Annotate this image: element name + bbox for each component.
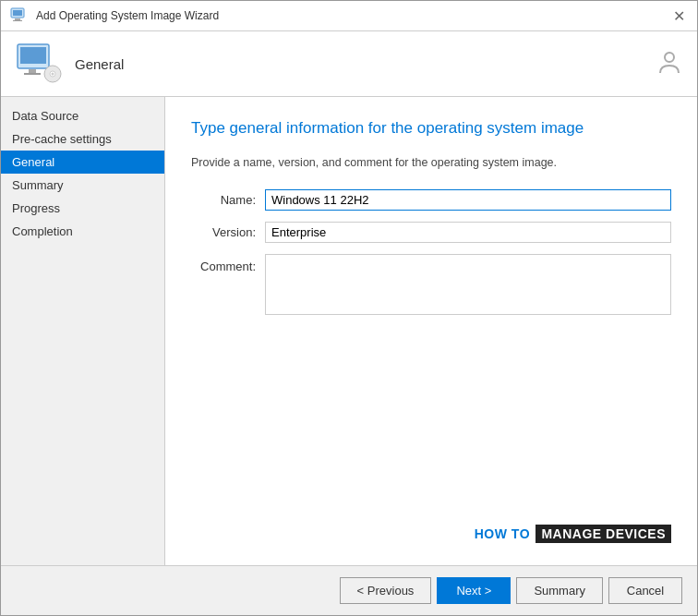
svg-rect-5: [20, 47, 46, 64]
comment-row: Comment:: [191, 254, 671, 315]
watermark: HOW TO MANAGE DEVICES: [191, 515, 671, 543]
sidebar-item-general[interactable]: General: [1, 151, 164, 174]
description: Provide a name, version, and comment for…: [191, 156, 671, 169]
summary-button[interactable]: Summary: [516, 577, 603, 604]
previous-button[interactable]: < Previous: [340, 577, 432, 604]
wizard-body: Data Source Pre-cache settings General S…: [1, 97, 697, 565]
svg-point-10: [52, 73, 54, 76]
next-button[interactable]: Next >: [437, 577, 511, 604]
header-title: General: [75, 56, 124, 72]
cancel-button[interactable]: Cancel: [608, 577, 682, 604]
wizard-footer: < Previous Next > Summary Cancel: [1, 565, 697, 615]
header-person-icon: [656, 49, 682, 79]
name-row: Name:: [191, 189, 671, 211]
name-label: Name:: [191, 189, 265, 207]
svg-rect-7: [24, 73, 41, 75]
title-bar: Add Operating System Image Wizard ✕: [1, 1, 697, 31]
sidebar-item-completion[interactable]: Completion: [1, 220, 164, 243]
wizard-header: General: [1, 31, 697, 97]
svg-rect-1: [13, 10, 22, 16]
comment-textarea[interactable]: [265, 254, 671, 315]
svg-rect-6: [29, 69, 36, 73]
svg-point-11: [665, 53, 674, 62]
sidebar: Data Source Pre-cache settings General S…: [1, 97, 165, 565]
header-icon: [16, 41, 62, 87]
watermark-manage-devices: MANAGE DEVICES: [536, 525, 671, 543]
sidebar-item-progress[interactable]: Progress: [1, 197, 164, 220]
version-row: Version:: [191, 222, 671, 243]
name-input[interactable]: [265, 189, 671, 211]
wizard-window: Add Operating System Image Wizard ✕ Gene…: [0, 0, 698, 616]
svg-rect-3: [13, 20, 22, 21]
comment-label: Comment:: [191, 254, 265, 273]
sidebar-item-pre-cache[interactable]: Pre-cache settings: [1, 127, 164, 151]
version-label: Version:: [191, 222, 265, 239]
title-bar-title: Add Operating System Image Wizard: [36, 9, 662, 22]
version-input[interactable]: [265, 222, 671, 243]
sidebar-item-data-source[interactable]: Data Source: [1, 104, 164, 127]
watermark-how-to: HOW TO MANAGE DEVICES: [475, 526, 671, 541]
main-content: Type general information for the operati…: [165, 97, 697, 565]
main-title: Type general information for the operati…: [191, 119, 671, 138]
close-button[interactable]: ✕: [669, 6, 688, 25]
title-bar-icon: [10, 6, 29, 25]
svg-rect-2: [15, 18, 20, 20]
sidebar-item-summary[interactable]: Summary: [1, 174, 164, 197]
